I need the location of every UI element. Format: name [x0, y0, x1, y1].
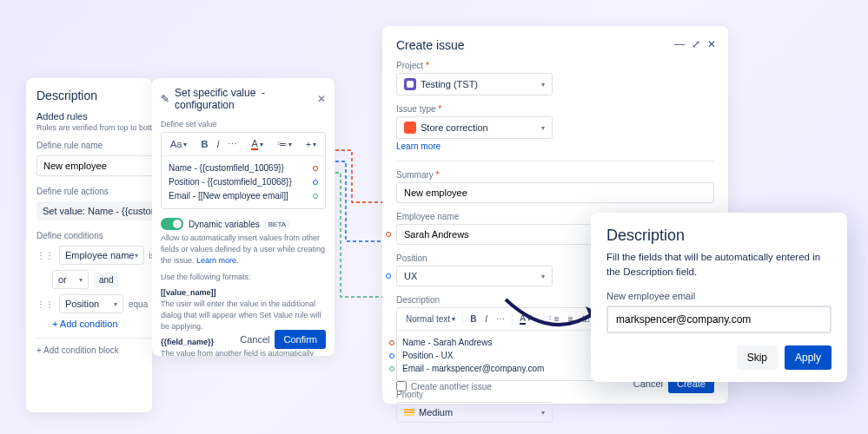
position-select[interactable]: UX▾	[396, 266, 553, 286]
connector-dot-blue	[313, 180, 318, 185]
new-employee-email-label: New employee email	[606, 291, 832, 301]
new-employee-email-input[interactable]	[606, 306, 832, 333]
connector-dot-red	[389, 340, 394, 345]
dialog-title: Description	[606, 227, 832, 245]
beta-badge: BETA	[265, 220, 289, 229]
and-tag: and	[94, 273, 119, 287]
project-select[interactable]: Testing (TST)▾	[396, 73, 553, 95]
create-issue-title: Create issue	[396, 38, 714, 52]
added-rules-heading: Added rules	[36, 111, 152, 122]
create-another-checkbox[interactable]: Create another issue	[396, 381, 492, 391]
italic-button[interactable]: I	[481, 312, 491, 326]
define-rule-actions-label: Define rule actions	[36, 187, 152, 196]
skip-button[interactable]: Skip	[737, 345, 778, 370]
dynamic-variables-toggle[interactable]	[161, 218, 183, 230]
editor-line-email[interactable]: Email - [[New employee email]]	[169, 189, 288, 203]
learn-more-link[interactable]: Learn more.	[196, 256, 239, 265]
issue-type-icon	[404, 122, 416, 134]
bold-button[interactable]: B	[467, 312, 480, 326]
confirm-button[interactable]: Confirm	[275, 330, 326, 349]
summary-input[interactable]	[396, 182, 714, 203]
editor-line-name[interactable]: Name - {{customfield_10069}}	[169, 161, 284, 175]
bullet-list-button[interactable]: ⋮≡	[542, 312, 563, 326]
issue-type-select[interactable]: Store correction▾	[396, 116, 553, 139]
define-conditions-label: Define conditions	[36, 231, 152, 240]
connector-dot-green	[389, 366, 394, 372]
condition-field-select-2[interactable]: Position▾	[59, 294, 123, 313]
description-fill-dialog: Description Fill the fields that will be…	[591, 213, 847, 382]
chevron-down-icon: ▾	[541, 124, 545, 132]
add-condition-link[interactable]: + Add condition	[52, 319, 152, 329]
list-button[interactable]: ≔▾	[274, 137, 295, 152]
chevron-down-icon: ▾	[135, 252, 138, 260]
text-color-button[interactable]: A▾	[248, 136, 266, 152]
priority-medium-icon	[404, 411, 414, 413]
connector-dot-blue	[386, 273, 391, 279]
chevron-down-icon: ▾	[114, 300, 117, 308]
minimize-icon[interactable]: —	[674, 38, 685, 50]
connector-dot-blue	[389, 353, 394, 358]
project-icon	[404, 78, 416, 90]
issue-type-label: Issue type	[396, 104, 714, 114]
connector-dot-green	[313, 194, 318, 199]
cancel-button[interactable]: Cancel	[240, 334, 269, 345]
drag-handle-icon[interactable]: ⋮⋮	[36, 299, 54, 309]
chevron-down-icon: ▾	[541, 81, 545, 89]
rich-text-editor: Aa▾ B I ⋯ A▾ ≔▾ +▾ Name - {{customfield_…	[161, 132, 326, 209]
text-style-button[interactable]: Aa▾	[167, 137, 190, 151]
number-list-button[interactable]: ≡	[565, 312, 577, 326]
dialog-body: Fill the fields that will be automatical…	[606, 250, 832, 279]
priority-select[interactable]: Medium▾	[396, 402, 553, 423]
rules-panel-title: Description	[36, 89, 152, 102]
or-select[interactable]: or▾	[52, 270, 89, 289]
connector-dot-red	[313, 166, 318, 171]
rule-name-input[interactable]	[36, 155, 152, 176]
pencil-icon: ✎	[161, 93, 169, 105]
text-color-button[interactable]: A▾	[516, 312, 534, 326]
added-rules-hint: Rules are verified from top to bottom. D…	[36, 123, 152, 132]
close-icon[interactable]: ✕	[317, 93, 326, 105]
dynamic-variables-label: Dynamic variables	[189, 220, 260, 229]
define-set-value-label: Define set value	[152, 120, 335, 132]
condition-field-select-1[interactable]: Employee name▾	[59, 246, 144, 265]
insert-button[interactable]: +▾	[302, 137, 320, 151]
define-rule-name-label: Define rule name	[36, 141, 152, 150]
editor-line-position[interactable]: Position - {{customfield_10068}}	[169, 175, 292, 189]
italic-button[interactable]: I	[213, 137, 222, 151]
expand-icon[interactable]: ⤢	[692, 38, 700, 50]
project-label: Project	[396, 61, 714, 70]
set-value-config-panel: ✎ Set specific value - configuration ✕ D…	[152, 78, 335, 356]
add-condition-block-link[interactable]: + Add condition block	[36, 345, 152, 355]
summary-label: Summary	[396, 170, 714, 180]
connector-dot-red	[386, 232, 391, 237]
more-format-button[interactable]: ⋯	[224, 137, 241, 152]
chevron-down-icon: ▾	[541, 273, 545, 280]
bold-button[interactable]: B	[197, 137, 211, 151]
text-style-button[interactable]: Normal text ▾	[402, 312, 459, 326]
chevron-down-icon: ▾	[541, 409, 545, 417]
drag-handle-icon[interactable]: ⋮⋮	[36, 251, 54, 260]
rules-panel: Description Added rules Rules are verifi…	[26, 78, 152, 412]
apply-button[interactable]: Apply	[785, 345, 832, 370]
close-icon[interactable]: ✕	[707, 38, 716, 50]
learn-more-link[interactable]: Learn more	[396, 141, 441, 151]
rule-action-chip[interactable]: Set value: Name - {{customfield_10069}}	[36, 201, 152, 220]
more-button[interactable]: ⋯	[493, 312, 508, 326]
